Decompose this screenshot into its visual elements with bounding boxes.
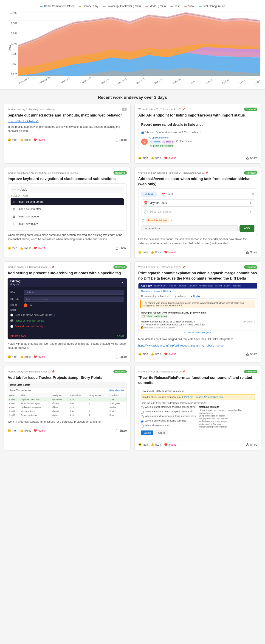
reaction-like-3[interactable]: 👍 like it [20,246,31,250]
reaction-meh-6[interactable]: 😐 meh [138,352,148,356]
et-opt-archive-radio[interactable] [10,319,13,322]
gc-nav-notifs[interactable]: Notifications [154,284,166,287]
reaction-meh-3[interactable]: 😐 meh [8,246,17,250]
cal-tab-event[interactable]: 📅 Event [158,192,176,197]
reaction-like-7[interactable]: 👍 like it [20,429,31,432]
share-btn-3[interactable]: Share [115,246,127,250]
cal-tab-task[interactable]: ☑ Task [141,192,157,197]
reaction-love-3[interactable]: ❤️ love it [34,246,45,250]
gc-filter-commits[interactable]: All commits (by authored at) [141,295,169,298]
share-btn-7[interactable]: Share [115,429,127,432]
menu-item-insert-col-after[interactable]: ⊟ Insert column after [11,206,124,212]
gc-nav-scpa[interactable]: SCPA [224,284,230,287]
card-link-1[interactable]: How did this look before? [8,120,127,123]
gc-filter-next[interactable]: ▶ Next ▶ [191,295,200,298]
cal-header: ☑ Task 📅 Event ✕ [141,192,254,197]
et-merge-input[interactable]: Type or select a tag [24,296,124,302]
reaction-like-5[interactable]: 👍 like it [20,355,31,358]
release-opt-4-radio[interactable] [141,420,144,423]
reaction-love-1[interactable]: ❤️ love it [34,138,45,142]
insert-col-before-label: Insert column before [18,200,43,204]
issue-col-5: Condition [108,393,127,398]
reaction-like-4[interactable]: 👍 like it [151,251,161,254]
reaction-like-2[interactable]: 👍 like it [151,156,161,160]
cal-close-button[interactable]: ✕ [252,192,254,196]
gc-nav-review[interactable]: Review [169,284,177,287]
release-opt-2-radio[interactable] [141,411,144,414]
ir-notif-tag: 𝔓 g-2004-pr-notifications [149,144,174,148]
gc-commit-1-inner: Matthew Klosner authorized at 10:35am on… [141,320,255,323]
reaction-love-8[interactable]: ❤️ love it [164,443,176,446]
gc-nav-admin[interactable]: Admin [215,284,222,287]
issue-cell: Fix dashboard layout [20,401,51,405]
reaction-love-2[interactable]: ❤️ love it [164,156,176,160]
share-btn-2[interactable]: Share [246,156,257,160]
et-opt-delete-radio[interactable] [10,325,13,328]
reaction-meh-8[interactable]: 😐 meh [138,443,148,446]
et-done-btn[interactable]: DONE [117,335,124,338]
et-color-swatch[interactable] [24,304,27,307]
legend-item-js: Javascript Controller (Rails) [103,4,141,8]
gc-publish-tag[interactable]: 📋 Publish to changelog [141,314,168,318]
reaction-meh-1[interactable]: 😐 meh [8,138,17,142]
release-opt-5-label: When all tags are created [145,424,171,426]
release-cancel-btn[interactable]: Cancel [155,430,168,435]
release-opt-3-radio[interactable] [141,415,144,418]
release-opt-2[interactable]: When a release is bound to a particular … [141,410,197,414]
cal-note-input[interactable]: Lunar eclipse [141,226,238,232]
reaction-like-1[interactable]: 👍 like it [20,138,31,142]
gc-graph-link[interactable]: © 2025 PR review time graph [138,330,257,334]
menu-item-insert-row-below[interactable]: ⊟ Insert row below [11,220,124,227]
release-opt-5[interactable]: When all tags are created [141,424,197,428]
et-opt-delete-all[interactable]: Delete all notes with this tag [10,324,43,329]
menu-item-insert-row-above[interactable]: ⊞ Insert row above [11,213,124,220]
reaction-love-6[interactable]: ❤️ love it [164,352,176,356]
status-badge-3: Released [113,171,127,174]
et-opt-dont-radio[interactable] [10,314,13,316]
cal-time-row[interactable]: 🕐 Select a start time ▼ [141,208,254,215]
issue-cell: @alice [51,401,68,405]
card-link-6[interactable]: https://www.gitclear.com/help/pull_reque… [138,344,257,347]
gc-nav-browse[interactable]: Browse [179,284,186,287]
gc-nav-pr[interactable]: Full Requests [199,284,213,287]
release-submit-btn[interactable]: Submit [141,430,153,435]
et-opt-dont-archive[interactable]: Don't auto-archive notes with this tag ℹ [10,313,55,317]
et-delete-btn[interactable]: DELETE TAG [10,335,26,338]
gc-filter-id[interactable]: by authored [174,295,186,298]
reaction-like-6[interactable]: 👍 like it [151,352,161,356]
share-btn-5[interactable]: Share [115,355,127,358]
cal-duration-remove[interactable]: ✕ [170,219,173,222]
issue-view-all[interactable]: view all entries [109,389,124,392]
release-link[interactable]: Push the Releases API described here. [184,396,224,398]
reaction-like-8[interactable]: 👍 like it [151,443,161,446]
et-name-input[interactable]: dailyots [24,290,124,295]
reaction-meh-7[interactable]: 😐 meh [8,429,17,432]
release-opt-4[interactable]: When a tag contains a specific substring [141,420,197,423]
gc-nav-settings[interactable]: Settings [232,284,241,287]
reaction-meh-2[interactable]: 😐 meh [138,156,148,160]
cal-add-button[interactable]: ADD [239,225,254,232]
reaction-love-5[interactable]: ❤️ love it [34,355,45,358]
card-title-5: Add setting to prevent auto-archiving of… [8,271,127,276]
share-btn-1[interactable]: Share [115,138,127,142]
et-opt-archive-all[interactable]: Archive all notes with this tag [10,318,44,323]
reaction-love-7[interactable]: ❤️ love it [34,429,45,432]
menu-item-insert-col-before[interactable]: ⊞ Insert column before [11,198,124,205]
share-btn-4[interactable]: Share [246,251,257,254]
release-opt-5-radio[interactable] [141,424,144,428]
release-opt-1-radio[interactable] [141,406,144,409]
release-opt-1[interactable]: When a branch starts with this repo-spec… [141,406,197,409]
et-close-btn[interactable]: ✕ [121,281,124,284]
ir-repo-link[interactable]: ⊙ gitclear/gitclear [149,136,192,139]
reaction-meh-5[interactable]: 😐 meh [8,355,17,358]
reaction-love-4[interactable]: ❤️ love it [164,251,176,254]
cal-date-row[interactable]: 📅 May 6th, 2025 ▼ [141,199,254,207]
release-footer: Submit Cancel [141,430,255,435]
share-btn-6[interactable]: Share [246,352,257,356]
reaction-meh-4[interactable]: 😐 meh [138,251,148,254]
gc-nav-velocity[interactable]: Velocity [189,284,197,287]
share-btn-8[interactable]: Share [246,443,257,446]
release-opt-3[interactable]: When a commit message contains a specifi… [141,415,197,418]
release-commit-7: Merge weekly push notification [199,426,255,428]
slash-header: /add [11,186,124,193]
